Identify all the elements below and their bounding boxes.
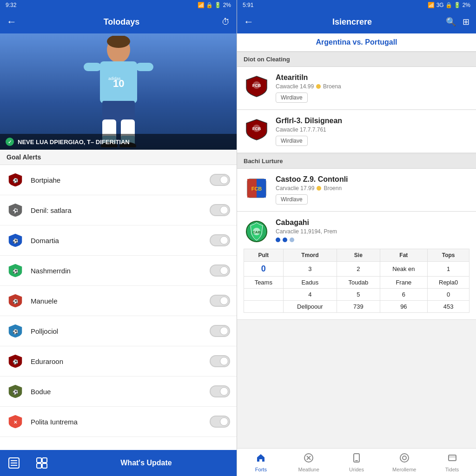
team-toggle[interactable] [210,416,230,428]
player-silhouette: 10 adidas [0,33,237,150]
stats-cell: Toudab [337,277,380,289]
cabagahi-name: Cabagahi [276,218,469,227]
svg-text:⚽: ⚽ [13,208,19,214]
team-toggle[interactable] [210,234,230,246]
right-team-card: FCBAtearitilnCawaclie 14.99 BroenaWirdla… [237,67,476,110]
left-bottom-bar: What's Update [0,450,237,476]
right-back-button[interactable]: ← [244,16,254,28]
svg-rect-29 [37,463,41,468]
right-team-info: AtearitilnCawaclie 14.99 BroenaWirdlave [276,73,469,103]
svg-rect-27 [37,458,41,463]
hero-overlay: ✓ NEVE LUA DPIERGIAO, T– DIFERITIAN [0,134,237,150]
team-toggle[interactable] [210,264,230,277]
right-nav-icons: 🔍 ⊞ [446,17,469,27]
team-toggle[interactable] [210,174,230,186]
team-logo: ⚽ [7,231,24,249]
team-name: Denil: satlara [31,206,210,214]
stats-cell: Neak en [380,262,428,277]
match-title: Argentina vs. Portugall [237,33,476,52]
svg-point-47 [400,454,409,462]
stats-cell: Frane [380,277,428,289]
left-status-bar: 9:32 📶 🔒 🔋 2% [0,0,237,10]
team-name: Polita Iuntrema [31,418,210,426]
team-list[interactable]: ⚽Bortpiahe⚽Denil: satlara⚽Domartia⚽Nashm… [0,165,237,450]
dots-row [276,238,469,242]
wirdlave-button[interactable]: Wirdlave [276,136,308,146]
right-top-nav: ← Isiencrere 🔍 ⊞ [237,10,476,33]
tab-label-urides: Urides [349,467,364,472]
left-tab-icon2[interactable] [28,450,56,476]
stats-cell: 4 [283,289,337,301]
team-name: Polljociol [31,327,210,335]
tab-label-tidets: Tidets [445,467,459,472]
team-name: Manuele [31,297,210,305]
whats-update-button[interactable]: What's Update [56,450,237,476]
yellow-dot [317,186,321,191]
team-logo: ⚽ [7,262,24,279]
wirdlave-button[interactable]: Wirdlave [276,93,308,103]
team-toggle[interactable] [210,325,230,337]
stats-cell: 5 [337,289,380,301]
tab-merolleme[interactable]: Merolleme [380,449,428,476]
left-back-button[interactable]: ← [7,16,17,28]
green-badge: ✓ [6,138,14,146]
tab-meatlune[interactable]: Meatlune [285,449,333,476]
grid-icon [36,457,48,469]
svg-text:FCB: FCB [251,186,262,192]
right-team-info: Castoo Z.9. ContonliCarvaclie 17.99 Broe… [276,175,469,205]
stats-cell: Dellpoour [283,301,337,313]
stats-cell: Eadus [283,277,337,289]
tab-label-forts: Forts [255,467,267,472]
team-row: ⚽Eduraroon [0,346,237,377]
right-content[interactable]: Diot on CleatingFCBAtearitilnCawaclie 14… [237,52,476,448]
stats-cell: 3 [283,262,337,277]
stats-cell: 739 [337,301,380,313]
left-nav-title: Tolodays [21,17,222,27]
tab-label-meatlune: Meatlune [298,467,319,472]
team-row: ⚽Domartia [0,225,237,256]
right-bottom-tabs: FortsMeatluneUridesMerollemeTidets [237,448,476,476]
svg-text:⚽: ⚽ [13,178,19,184]
cabagahi-info: Cabagahi Carvaclie 11,9194, Prem [276,218,469,242]
tab-forts[interactable]: Forts [237,449,285,476]
right-status-icons: 📶 3G 🔒 🔋 2% [428,2,470,8]
svg-text:⚽: ⚽ [13,329,19,335]
team-row: ⚽Bodue [0,377,237,407]
team-toggle[interactable] [210,385,230,397]
goal-alerts-header: Goal Alerts [0,150,237,165]
team-row: ⚽Polljociol [0,316,237,346]
stats-cell: 453 [428,301,469,313]
cabagahi-logo: CAB [244,218,269,244]
urides-icon [351,453,362,465]
team-name: Eduraroon [31,357,210,365]
search-icon[interactable]: 🔍 [446,17,456,27]
team-toggle[interactable] [210,295,230,307]
stats-col-header: Tmord [283,249,337,262]
right-team-name: Grflrl-3. Dilsignean [276,117,469,125]
team-toggle[interactable] [210,204,230,216]
stats-card-top: CAB Cabagahi Carvaclie 11,9194, Prem [244,218,469,244]
svg-text:⚽: ⚽ [13,359,19,365]
right-team-name: Castoo Z.9. Contonli [276,175,469,184]
left-tab-icon1[interactable] [0,450,28,476]
left-status-icons: 📶 🔒 🔋 2% [198,2,231,8]
svg-text:FCB: FCB [252,126,261,131]
team-toggle[interactable] [210,355,230,367]
stats-col-header: Fat [380,249,428,262]
team-row: ⚽Nashmerrdin [0,256,237,286]
left-time: 9:32 [6,2,16,8]
tab-urides[interactable]: Urides [333,449,381,476]
menu-icon[interactable]: ⊞ [463,17,469,27]
right-team-card: FCBCastoo Z.9. ContonliCarvaclie 17.99 B… [237,169,476,212]
tab-tidets[interactable]: Tidets [428,449,476,476]
stats-col-header: Tops [428,249,469,262]
timer-icon[interactable]: ⏱ [222,17,230,27]
svg-text:✕: ✕ [13,420,17,425]
team-logo: ⚽ [7,352,24,370]
right-team-sub: Cawaclie 14.99 Broena [276,83,469,90]
right-nav-title: Isiencrere [258,17,446,27]
right-team-name: Atearitiln [276,73,469,82]
team-name: Bortpiahe [31,176,210,184]
team-logo: ⚽ [7,322,24,340]
wirdlave-button[interactable]: Wirdlave [276,194,308,205]
